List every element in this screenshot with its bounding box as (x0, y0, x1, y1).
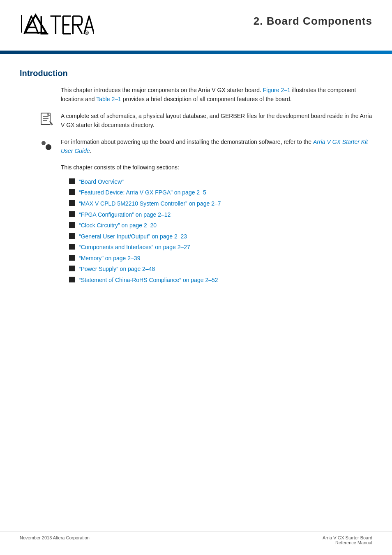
toc-item: “General User Input/Output” on page 2–23 (69, 231, 372, 242)
note-icon-2 (39, 137, 61, 153)
toc-bullet (69, 255, 75, 261)
chapter-title: 2. Board Components (254, 12, 372, 28)
pencil-note-icon (39, 112, 54, 127)
toc-bullet (69, 233, 75, 239)
toc-link[interactable]: “FPGA Configuration” on page 2–12 (79, 209, 171, 220)
decorative-bar (0, 51, 392, 54)
caution-icon (39, 138, 54, 153)
toc-item: “MAX V CPLD 5M2210 System Controller” on… (69, 198, 372, 209)
note-block-1: A complete set of schematics, a physical… (39, 111, 372, 130)
intro-heading: Introduction (20, 69, 372, 78)
toc-item: “Components and Interfaces” on page 2–27 (69, 242, 372, 253)
footer-right-line2: Reference Manual (323, 540, 372, 545)
figure-2-1-link[interactable]: Figure 2–1 (263, 87, 291, 93)
toc-link[interactable]: “Featured Device: Arria V GX FPGA” on pa… (79, 187, 206, 198)
toc-item: “Power Supply” on page 2–48 (69, 264, 372, 275)
note-2-prefix: For information about powering up the bo… (61, 139, 313, 145)
footer-right-line1: Arria V GX Starter Board (323, 535, 372, 540)
toc-link[interactable]: “Power Supply” on page 2–48 (79, 264, 155, 275)
note-icon-1 (39, 111, 61, 127)
main-content: Introduction This chapter introduces the… (0, 54, 392, 302)
intro-text-1: This chapter introduces the major compon… (61, 87, 261, 93)
toc-link[interactable]: “Components and Interfaces” on page 2–27 (79, 242, 190, 253)
toc-bullet (69, 244, 75, 250)
toc-bullet (69, 178, 75, 184)
toc-link[interactable]: “General User Input/Output” on page 2–23 (79, 231, 187, 242)
toc-list: “Board Overview”“Featured Device: Arria … (69, 176, 372, 286)
toc-bullet (69, 200, 75, 206)
toc-link[interactable]: “Statement of China-RoHS Compliance” on … (79, 275, 218, 286)
table-2-1-link[interactable]: Table 2–1 (96, 96, 121, 102)
intro-text-end: provides a brief description of all comp… (123, 96, 292, 102)
toc-bullet (69, 277, 75, 282)
note-block-2: For information about powering up the bo… (39, 137, 372, 156)
footer-right: Arria V GX Starter Board Reference Manua… (323, 535, 372, 545)
svg-text:R: R (86, 32, 88, 34)
note-2-suffix: . (90, 148, 92, 154)
page-footer: November 2013 Altera Corporation Arria V… (0, 532, 392, 545)
toc-item: “Memory” on page 2–39 (69, 253, 372, 264)
note-1-text: A complete set of schematics, a physical… (61, 111, 372, 130)
toc-link[interactable]: “MAX V CPLD 5M2210 System Controller” on… (79, 198, 221, 209)
logo-area: R (20, 12, 102, 37)
page-header: R 2. Board Components (0, 0, 392, 37)
toc-bullet (69, 211, 75, 217)
toc-item: “Clock Circuitry” on page 2–20 (69, 220, 372, 231)
svg-point-11 (46, 144, 51, 150)
toc-link[interactable]: “Clock Circuitry” on page 2–20 (79, 220, 157, 231)
toc-bullet (69, 222, 75, 228)
toc-link[interactable]: “Memory” on page 2–39 (79, 253, 140, 264)
intro-paragraph: This chapter introduces the major compon… (61, 86, 372, 104)
toc-item: “Statement of China-RoHS Compliance” on … (69, 275, 372, 286)
toc-bullet (69, 266, 75, 271)
note-2-text: For information about powering up the bo… (61, 137, 372, 156)
footer-left: November 2013 Altera Corporation (20, 535, 90, 545)
toc-link[interactable]: “Board Overview” (79, 176, 124, 187)
toc-item: “FPGA Configuration” on page 2–12 (69, 209, 372, 220)
toc-bullet (69, 189, 75, 195)
svg-point-10 (42, 141, 46, 145)
sections-label: This chapter consists of the following s… (61, 163, 372, 172)
toc-item: “Featured Device: Arria V GX FPGA” on pa… (69, 187, 372, 198)
toc-item: “Board Overview” (69, 176, 372, 187)
altera-logo: R (20, 12, 94, 36)
